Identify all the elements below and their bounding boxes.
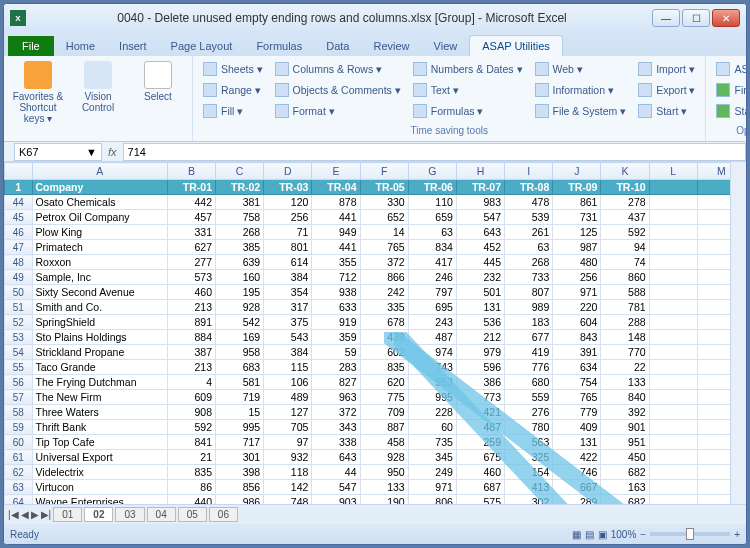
row-header[interactable]: 60 [5,435,33,450]
data-cell[interactable]: 487 [456,420,504,435]
data-cell[interactable]: 543 [264,330,312,345]
data-cell[interactable]: 125 [553,225,601,240]
company-cell[interactable]: Thrift Bank [32,420,167,435]
data-cell[interactable]: 834 [408,240,456,255]
data-cell[interactable]: 683 [216,360,264,375]
data-cell[interactable]: 547 [312,480,360,495]
data-cell[interactable]: 384 [264,270,312,285]
data-cell[interactable]: 148 [601,330,649,345]
select-button[interactable]: Select [130,59,186,125]
data-cell[interactable]: 633 [312,300,360,315]
row-header[interactable]: 55 [5,360,33,375]
web-menu[interactable]: Web ▾ [531,59,631,79]
data-cell[interactable]: 457 [167,210,215,225]
data-cell[interactable]: 588 [601,285,649,300]
formula-bar[interactable]: 714 [123,143,746,161]
data-cell[interactable]: 758 [216,210,264,225]
header-cell[interactable]: TR-02 [216,180,264,195]
row-header[interactable]: 53 [5,330,33,345]
data-cell[interactable]: 773 [456,390,504,405]
data-cell[interactable]: 539 [505,210,553,225]
data-cell[interactable]: 659 [408,210,456,225]
data-cell[interactable]: 131 [553,435,601,450]
data-cell[interactable]: 827 [312,375,360,390]
data-cell[interactable]: 163 [601,480,649,495]
row-header[interactable]: 56 [5,375,33,390]
tab-page-layout[interactable]: Page Layout [159,36,245,56]
table-row[interactable]: 55Taco Grande213683115283835743596776634… [5,360,746,375]
row-header[interactable]: 47 [5,240,33,255]
data-cell[interactable]: 733 [505,270,553,285]
data-cell[interactable]: 806 [408,495,456,505]
grid-area[interactable]: ABCDEFGHIJKLM1CompanyTR-01TR-02TR-03TR-0… [4,162,746,504]
data-cell[interactable]: 278 [601,195,649,210]
data-cell[interactable]: 682 [601,495,649,505]
col-header[interactable]: I [505,163,553,180]
data-cell[interactable]: 843 [553,330,601,345]
company-cell[interactable]: The New Firm [32,390,167,405]
col-header[interactable]: L [649,163,697,180]
col-header[interactable]: A [32,163,167,180]
numbers-dates-menu[interactable]: Numbers & Dates ▾ [409,59,527,79]
data-cell[interactable]: 120 [264,195,312,210]
fill-menu[interactable]: Fill ▾ [199,101,267,121]
data-cell[interactable]: 478 [505,195,553,210]
data-cell[interactable]: 667 [553,480,601,495]
data-cell[interactable]: 501 [456,285,504,300]
data-cell[interactable]: 680 [505,375,553,390]
data-cell[interactable]: 268 [216,225,264,240]
data-cell[interactable]: 22 [601,360,649,375]
row-header[interactable]: 58 [5,405,33,420]
tab-formulas[interactable]: Formulas [244,36,314,56]
data-cell[interactable]: 643 [312,450,360,465]
data-cell[interactable]: 409 [553,420,601,435]
find-run-utility[interactable]: Find and run a utility [712,80,747,100]
data-cell[interactable]: 343 [312,420,360,435]
data-cell[interactable]: 59 [312,345,360,360]
data-cell[interactable]: 748 [264,495,312,505]
data-cell[interactable]: 866 [360,270,408,285]
data-cell[interactable]: 779 [553,405,601,420]
col-header[interactable]: C [216,163,264,180]
data-cell[interactable]: 903 [312,495,360,505]
data-cell[interactable]: 928 [216,300,264,315]
file-system-menu[interactable]: File & System ▾ [531,101,631,121]
data-cell[interactable]: 450 [601,450,649,465]
data-cell[interactable]: 391 [553,345,601,360]
data-cell[interactable]: 705 [264,420,312,435]
data-cell[interactable]: 860 [601,270,649,285]
data-cell[interactable]: 387 [167,345,215,360]
sheet-nav-first[interactable]: |◀ [8,509,19,520]
sheet-02[interactable]: 02 [84,507,113,522]
data-cell[interactable]: 989 [505,300,553,315]
data-cell[interactable]: 190 [360,495,408,505]
data-cell[interactable]: 856 [216,480,264,495]
name-box[interactable]: K67▼ [14,143,102,161]
header-cell[interactable]: TR-05 [360,180,408,195]
data-cell[interactable]: 439 [360,330,408,345]
row-header[interactable]: 46 [5,225,33,240]
data-cell[interactable]: 840 [601,390,649,405]
data-cell[interactable]: 71 [264,225,312,240]
data-cell[interactable]: 938 [312,285,360,300]
data-cell[interactable]: 652 [360,210,408,225]
data-cell[interactable]: 835 [167,465,215,480]
data-cell[interactable]: 372 [312,405,360,420]
data-cell[interactable]: 413 [505,480,553,495]
data-cell[interactable]: 677 [505,330,553,345]
data-cell[interactable]: 437 [601,210,649,225]
data-cell[interactable]: 609 [167,390,215,405]
data-cell[interactable]: 765 [553,390,601,405]
objects-comments-menu[interactable]: Objects & Comments ▾ [271,80,405,100]
data-cell[interactable]: 335 [360,300,408,315]
data-cell[interactable]: 86 [167,480,215,495]
data-cell[interactable]: 731 [553,210,601,225]
vision-control-button[interactable]: VisionControl [70,59,126,125]
row-header[interactable]: 59 [5,420,33,435]
view-normal-icon[interactable]: ▦ [572,529,581,540]
information-menu[interactable]: Information ▾ [531,80,631,100]
data-cell[interactable]: 442 [167,195,215,210]
data-cell[interactable]: 183 [505,315,553,330]
data-cell[interactable]: 620 [360,375,408,390]
export-menu[interactable]: Export ▾ [634,80,699,100]
